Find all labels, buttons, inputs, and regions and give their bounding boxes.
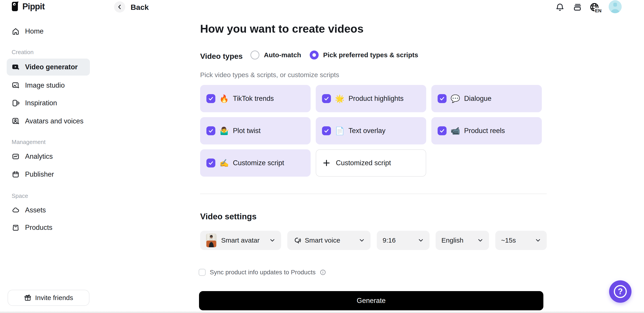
aspect-ratio-dropdown[interactable]: 9:16 [377, 231, 430, 250]
checkbox-checked[interactable] [438, 94, 446, 103]
radio-auto-match[interactable]: Auto-match [250, 50, 301, 60]
radio-label: Auto-match [264, 51, 301, 59]
generate-button[interactable]: Generate [199, 291, 544, 310]
card-emoji: ✍️ [219, 159, 229, 167]
card-text-overlay[interactable]: 📄 Text overlay [316, 117, 426, 144]
dropdown-value: English [442, 236, 474, 244]
radio-label: Pick preferred types & scripts [323, 51, 418, 59]
bottom-edge-shadow [0, 311, 644, 313]
card-product-reels[interactable]: 📹 Product reels [431, 117, 542, 144]
sidebar-item-avatars-and-voices[interactable]: Avatars and voices [7, 113, 90, 130]
card-label: Text overlay [348, 127, 385, 135]
avatar-silhouette-icon [609, 0, 622, 13]
chevron-left-icon [116, 4, 123, 10]
sidebar-item-publisher[interactable]: Publisher [7, 166, 90, 183]
brand-name: Pippit [22, 2, 45, 12]
avatar-thumbnail [206, 234, 217, 247]
invite-friends-button[interactable]: Invite friends [8, 290, 90, 306]
info-icon[interactable] [320, 269, 326, 276]
notification-bell-icon[interactable] [554, 2, 565, 12]
user-avatar[interactable] [609, 0, 622, 13]
sidebar-item-assets[interactable]: Assets [7, 202, 90, 219]
card-label: Plot twist [233, 127, 260, 135]
chevron-down-icon [269, 237, 276, 244]
sidebar-item-products[interactable]: Products [7, 219, 90, 236]
card-emoji: 📄 [335, 127, 344, 134]
checkbox-checked[interactable] [206, 158, 215, 168]
chevron-down-icon [477, 237, 484, 244]
sidebar-section-management: Management [12, 138, 46, 146]
check-icon [208, 128, 214, 134]
sidebar-item-label: Publisher [25, 170, 54, 178]
sidebar-section-creation: Creation [12, 49, 34, 56]
dropdown-value: Smart avatar [221, 236, 266, 244]
question-mark-icon: ? [614, 285, 627, 298]
smart-avatar-dropdown[interactable]: Smart avatar [200, 231, 281, 250]
sidebar-item-label: Avatars and voices [25, 117, 84, 125]
card-emoji: 🤷‍♂️ [219, 127, 229, 134]
radio-circle-on[interactable] [310, 50, 319, 60]
sidebar-item-label: Analytics [25, 152, 53, 160]
card-emoji: 🌟 [335, 95, 344, 102]
checkbox-checked[interactable] [322, 126, 331, 135]
sidebar-item-inspiration[interactable]: Inspiration [7, 94, 90, 112]
avatars-icon [12, 117, 20, 125]
pippit-logo-icon [11, 1, 19, 12]
checkbox-checked[interactable] [206, 94, 215, 103]
card-label: Product reels [464, 127, 505, 135]
check-icon [439, 128, 445, 134]
sidebar-item-analytics[interactable]: Analytics [7, 148, 90, 165]
back-label[interactable]: Back [130, 3, 149, 12]
sync-products-checkbox-row[interactable]: Sync product info updates to Products [198, 269, 326, 276]
check-icon [324, 96, 330, 102]
plus-icon [322, 159, 330, 167]
checkbox-checked[interactable] [438, 126, 446, 135]
check-icon [208, 96, 214, 102]
duration-dropdown[interactable]: ~15s [495, 231, 547, 250]
pippit-logo[interactable]: Pippit [11, 1, 45, 12]
card-plot-twist[interactable]: 🤷‍♂️ Plot twist [200, 117, 310, 144]
card-emoji: 🔥 [219, 95, 229, 102]
sidebar-item-label: Video generator [25, 63, 78, 71]
section-divider [200, 194, 547, 194]
card-product-highlights[interactable]: 🌟 Product highlights [316, 85, 426, 112]
image-studio-icon [12, 82, 20, 90]
products-icon [12, 224, 20, 232]
card-tiktok-trends[interactable]: 🔥 TikTok trends [200, 85, 310, 112]
card-customize-script[interactable]: ✍️ Customize script [200, 149, 310, 176]
assets-icon [12, 206, 20, 214]
back-button[interactable] [114, 1, 125, 12]
language-code: EN [594, 8, 602, 14]
sidebar-item-label: Home [25, 27, 44, 35]
card-label: Customize script [233, 159, 284, 167]
sidebar-item-label: Assets [25, 206, 46, 214]
dropdown-value: ~15s [501, 236, 532, 244]
dropdown-value: Smart voice [305, 236, 356, 244]
sidebar-item-image-studio[interactable]: Image studio [7, 77, 90, 94]
radio-circle-off[interactable] [250, 50, 260, 60]
language-globe-icon[interactable]: EN [589, 2, 600, 12]
smart-voice-dropdown[interactable]: Smart voice [287, 231, 370, 250]
video-types-label: Video types [200, 52, 242, 60]
chevron-down-icon [358, 237, 365, 244]
add-customized-script-button[interactable]: Customized script [316, 149, 426, 176]
card-label: Product highlights [348, 94, 404, 102]
card-dialogue[interactable]: 💬 Dialogue [431, 85, 542, 112]
check-icon [439, 96, 445, 102]
help-button[interactable]: ? [609, 280, 632, 303]
checkbox-unchecked[interactable] [198, 269, 206, 276]
generate-label: Generate [357, 297, 386, 305]
subscription-stack-icon[interactable] [572, 2, 583, 12]
language-dropdown[interactable]: English [436, 231, 489, 250]
analytics-icon [12, 152, 20, 160]
checkbox-checked[interactable] [206, 126, 215, 135]
card-label: TikTok trends [233, 94, 274, 102]
card-emoji: 📹 [450, 127, 460, 134]
page-title: How you want to create videos [200, 22, 364, 35]
sidebar-item-video-generator[interactable]: Video generator [7, 58, 90, 76]
dropdown-value: 9:16 [382, 236, 415, 244]
checkbox-checked[interactable] [322, 94, 331, 103]
card-emoji: 💬 [450, 95, 460, 102]
radio-pick-preferred[interactable]: Pick preferred types & scripts [310, 50, 418, 60]
sidebar-item-home[interactable]: Home [7, 23, 90, 40]
